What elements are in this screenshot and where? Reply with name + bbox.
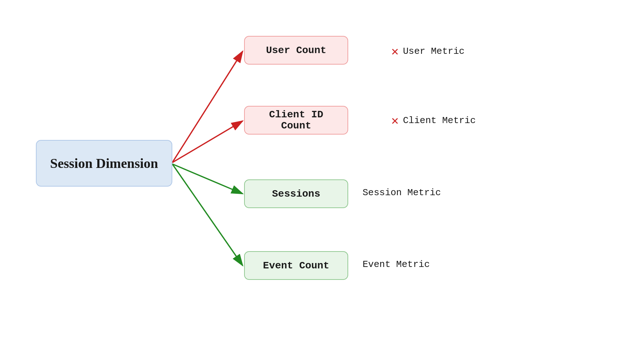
- client-id-count-label: Client ID Count: [256, 109, 336, 131]
- session-dimension-label: Session Dimension: [50, 155, 158, 171]
- client-count-x-mark: ✕: [391, 113, 398, 128]
- sessions-label: Sessions: [272, 188, 320, 199]
- sessions-node: Sessions: [244, 179, 348, 208]
- event-count-label: Event Count: [263, 260, 330, 271]
- svg-line-3: [172, 121, 243, 163]
- client-metric-label: Client Metric: [403, 115, 476, 126]
- user-count-label: User Count: [266, 45, 326, 56]
- svg-line-4: [172, 164, 243, 194]
- svg-line-2: [172, 51, 243, 163]
- session-dimension-node: Session Dimension: [36, 140, 172, 187]
- user-count-x-mark: ✕: [391, 44, 398, 59]
- event-metric-label: Event Metric: [363, 259, 430, 270]
- client-metric-label-group: ✕ Client Metric: [391, 113, 476, 128]
- diagram-container: Session Dimension User Count Client ID C…: [0, 0, 644, 338]
- session-metric-label: Session Metric: [363, 187, 441, 198]
- user-metric-label: User Metric: [403, 46, 465, 57]
- session-metric-label-group: Session Metric: [363, 187, 441, 198]
- event-metric-label-group: Event Metric: [363, 259, 430, 270]
- user-count-node: User Count: [244, 36, 348, 65]
- svg-line-5: [172, 164, 243, 266]
- event-count-node: Event Count: [244, 251, 348, 280]
- user-metric-label-group: ✕ User Metric: [391, 44, 465, 59]
- client-id-count-node: Client ID Count: [244, 106, 348, 135]
